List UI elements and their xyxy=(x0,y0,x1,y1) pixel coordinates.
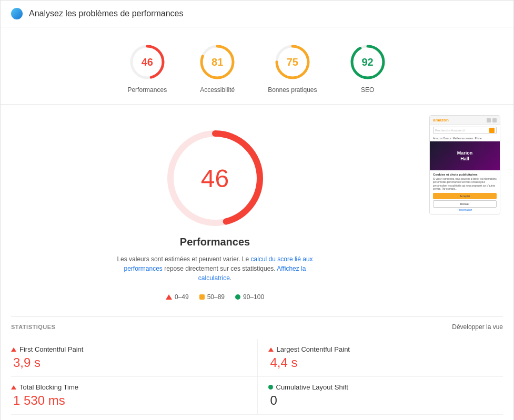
left-panel: 46 Performances Les valeurs sont estimée… xyxy=(11,115,419,301)
preview-header-icons xyxy=(487,118,497,122)
statistics-section: STATISTIQUES Développer la vue First Con… xyxy=(1,311,513,420)
right-panel: amazon Recherche Amazon.fr Amazon Basics… xyxy=(429,115,503,301)
score-item-seo[interactable]: 92 SEO xyxy=(349,43,387,94)
preview-search-button xyxy=(489,128,495,133)
preview-cookie-overlay: Cookies et choix publicitaires Si vous y… xyxy=(430,170,500,214)
preview-nav-item-2: Meilleures ventes xyxy=(452,137,473,140)
score-label-best-practices: Bonnes pratiques xyxy=(268,86,317,94)
score-circle-accessibility: 81 xyxy=(198,43,236,81)
stat-value-cls: 0 xyxy=(270,393,493,408)
header-title: Analysez les problèmes de performances xyxy=(29,9,183,18)
expand-button[interactable]: Développer la vue xyxy=(452,323,503,331)
big-score-circle: 46 xyxy=(163,126,268,231)
stat-name-tbt: Total Blocking Time xyxy=(19,383,78,391)
preview-refuse-button[interactable]: Refuser xyxy=(433,200,497,208)
stat-header-fcp: First Contentful Paint xyxy=(11,345,247,353)
legend-item-orange: 50–89 xyxy=(199,293,225,301)
legend-triangle-icon xyxy=(166,294,172,300)
statistics-header: STATISTIQUES Développer la vue xyxy=(11,316,503,331)
stat-item-fcp: First Contentful Paint 3,9 s xyxy=(11,339,257,377)
legend-label-orange: 50–89 xyxy=(207,293,225,301)
preview-nav-item-3: Prime xyxy=(475,137,481,140)
score-number-seo: 92 xyxy=(361,56,373,68)
scores-section: 46 Performances 81 Accessibilité xyxy=(1,27,513,105)
stat-item-si: Speed Index 5,9 s xyxy=(11,415,257,420)
stat-name-lcp: Largest Contentful Paint xyxy=(277,345,350,353)
score-item-best-practices[interactable]: 75 Bonnes pratiques xyxy=(268,43,317,94)
performances-title: Performances xyxy=(180,236,250,248)
stat-header-tbt: Total Blocking Time xyxy=(11,383,247,391)
description-text: Les valeurs sont estimées et peuvent var… xyxy=(110,254,320,283)
preview-banner-content: Marion Hall xyxy=(457,150,473,162)
score-circle-performances: 46 xyxy=(128,43,166,81)
header-icon xyxy=(11,8,23,19)
legend-square-icon xyxy=(199,294,205,300)
preview-nav: Amazon Basics Meilleures ventes Prime xyxy=(430,136,500,141)
stat-indicator-cls xyxy=(268,385,273,390)
stat-name-fcp: First Contentful Paint xyxy=(19,345,83,353)
preview-header: amazon xyxy=(430,116,500,125)
preview-accept-button[interactable]: Accepter xyxy=(433,193,497,199)
stat-item-tbt: Total Blocking Time 1 530 ms xyxy=(11,377,257,415)
score-item-accessibility[interactable]: 81 Accessibilité xyxy=(198,43,236,94)
stat-item-lcp: Largest Contentful Paint 4,4 s xyxy=(257,339,503,377)
preview-banner-text-1: Marion xyxy=(457,150,473,156)
legend-item-green: 90–100 xyxy=(235,293,264,301)
preview-search-bar: Recherche Amazon.fr xyxy=(433,127,497,134)
stat-header-lcp: Largest Contentful Paint xyxy=(268,345,493,353)
stat-value-lcp: 4,4 s xyxy=(270,355,493,370)
stat-header-cls: Cumulative Layout Shift xyxy=(268,383,493,391)
stat-name-cls: Cumulative Layout Shift xyxy=(276,383,348,391)
stat-indicator-lcp xyxy=(268,347,274,352)
preview-search-placeholder: Recherche Amazon.fr xyxy=(435,129,466,132)
screenshot-preview: amazon Recherche Amazon.fr Amazon Basics… xyxy=(429,115,500,214)
score-label-performances: Performances xyxy=(127,86,167,94)
preview-overlay-text: Si vous y consentez, nous pouvons à libé… xyxy=(433,178,497,191)
statistics-title: STATISTIQUES xyxy=(11,324,55,330)
legend-item-red: 0–49 xyxy=(166,293,189,301)
preview-icon-1 xyxy=(487,118,491,122)
stat-value-fcp: 3,9 s xyxy=(13,355,247,370)
score-number-accessibility: 81 xyxy=(211,56,223,68)
score-label-seo: SEO xyxy=(361,86,374,94)
stats-grid: First Contentful Paint 3,9 s Largest Con… xyxy=(11,339,503,420)
legend-label-green: 90–100 xyxy=(243,293,264,301)
preview-banner: Marion Hall xyxy=(430,141,500,170)
big-score-number: 46 xyxy=(201,164,229,193)
score-item-performances[interactable]: 46 Performances xyxy=(127,43,167,94)
score-circle-seo: 92 xyxy=(349,43,387,81)
stat-indicator-tbt xyxy=(11,385,16,390)
preview-banner-text-2: Hall xyxy=(457,156,473,162)
score-label-accessibility: Accessibilité xyxy=(200,86,235,94)
score-circle-best-practices: 75 xyxy=(274,43,311,81)
preview-overlay-title: Cookies et choix publicitaires xyxy=(433,173,497,176)
preview-nav-item-1: Amazon Basics xyxy=(433,137,451,140)
legend-circle-icon xyxy=(235,294,240,300)
main-content: 46 Performances Les valeurs sont estimée… xyxy=(1,105,513,311)
score-number-performances: 46 xyxy=(142,56,153,68)
legend-label-red: 0–49 xyxy=(175,293,189,301)
preview-logo: amazon xyxy=(433,118,449,122)
stat-item-cls: Cumulative Layout Shift 0 xyxy=(257,377,503,415)
legend: 0–49 50–89 90–100 xyxy=(166,293,264,301)
preview-personalize-link[interactable]: Personnaliser xyxy=(433,209,497,211)
page-wrapper: Analysez les problèmes de performances 4… xyxy=(0,0,514,420)
header: Analysez les problèmes de performances xyxy=(1,1,513,27)
preview-icon-2 xyxy=(492,118,497,122)
score-number-best-practices: 75 xyxy=(287,56,298,68)
stat-indicator-fcp xyxy=(11,347,16,352)
stat-value-tbt: 1 530 ms xyxy=(13,393,247,408)
